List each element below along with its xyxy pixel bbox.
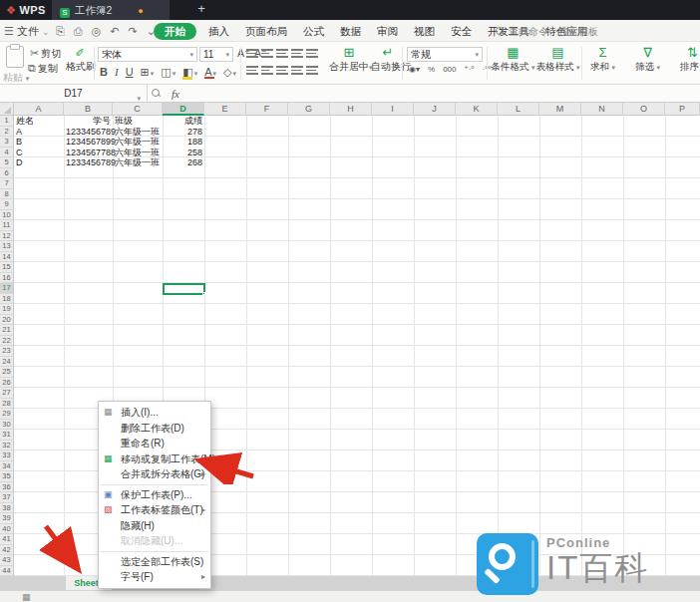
column-header-A[interactable]: A	[14, 103, 64, 116]
percent-style-button[interactable]: %	[428, 65, 435, 74]
row-header-10[interactable]: 10	[0, 210, 13, 221]
filter-button[interactable]: ∇筛选 ▾	[625, 45, 670, 74]
save-icon[interactable]: ⎘	[56, 25, 65, 38]
row-header-26[interactable]: 26	[0, 378, 13, 389]
cell-C5[interactable]: 六年级一班	[113, 157, 163, 168]
increase-decimal-button[interactable]: ⁺·⁰	[464, 65, 474, 74]
column-header-L[interactable]: L	[498, 103, 539, 116]
column-header-N[interactable]: N	[581, 103, 623, 116]
row-header-4[interactable]: 4	[0, 148, 13, 158]
row-header-34[interactable]: 34	[0, 461, 13, 472]
column-header-C[interactable]: C	[113, 103, 163, 116]
menu-tab-视图[interactable]: 视图	[406, 20, 443, 42]
align-left-button[interactable]	[246, 66, 258, 75]
menu-tab-开始[interactable]: 开始	[154, 23, 196, 40]
currency-style-button[interactable]: ◉▾	[409, 65, 420, 74]
valign-top-button[interactable]	[246, 49, 258, 58]
row-header-36[interactable]: 36	[0, 482, 13, 493]
row-header-15[interactable]: 15	[0, 262, 13, 273]
conditional-format-button[interactable]: ▦条件格式 ▾	[491, 45, 535, 74]
cell-D2[interactable]: 278	[163, 127, 204, 138]
menu-item-选定全部工作表[interactable]: 选定全部工作表(S)	[99, 554, 210, 570]
select-all-corner[interactable]	[0, 103, 14, 116]
justify-button[interactable]	[291, 66, 303, 75]
row-header-33[interactable]: 33	[0, 451, 13, 461]
paste-button[interactable]	[6, 46, 24, 68]
font-size-select[interactable]: 11▾	[199, 47, 233, 62]
number-format-select[interactable]: 常规▾	[407, 47, 483, 62]
fx-icon[interactable]: fx	[172, 88, 179, 100]
row-header-42[interactable]: 42	[0, 545, 13, 556]
cell-A1[interactable]: 姓名	[14, 116, 64, 127]
menu-item-隐藏[interactable]: 隐藏(H)	[99, 518, 210, 534]
comma-style-button[interactable]: 000	[443, 65, 456, 74]
row-header-5[interactable]: 5	[0, 157, 13, 168]
fill-handle[interactable]	[202, 292, 205, 295]
merge-center-button[interactable]: ⊞ 合并居中▾	[329, 46, 369, 74]
italic-button[interactable]: I	[115, 66, 119, 78]
clear-format-button[interactable]: ◇▾	[223, 66, 236, 79]
row-header-16[interactable]: 16	[0, 273, 13, 284]
row-header-35[interactable]: 35	[0, 471, 13, 482]
align-center-button[interactable]	[261, 66, 273, 75]
row-header-20[interactable]: 20	[0, 315, 13, 326]
wps-logo[interactable]: ❖WPS	[6, 0, 46, 20]
fill-color-button[interactable]: ◧▾	[182, 66, 197, 79]
cell-C4[interactable]: 六年级一班	[113, 148, 163, 158]
print-preview-icon[interactable]: ◎	[92, 25, 102, 38]
row-header-37[interactable]: 37	[0, 492, 13, 503]
cell-B2[interactable]: 1233456789	[64, 127, 113, 138]
cell-A5[interactable]: D	[14, 157, 64, 168]
column-header-K[interactable]: K	[456, 103, 498, 116]
column-header-B[interactable]: B	[64, 103, 113, 116]
cell-C2[interactable]: 六年级一班	[113, 127, 163, 138]
redo-icon[interactable]: ↷	[128, 25, 137, 38]
cell-B3[interactable]: 1234567899	[64, 137, 113, 148]
wrap-text-button[interactable]: ↵ 自动换行	[371, 46, 405, 74]
cell-B1[interactable]: 学号	[64, 116, 113, 127]
column-header-O[interactable]: O	[623, 103, 665, 116]
row-header-31[interactable]: 31	[0, 430, 13, 441]
row-header-24[interactable]: 24	[0, 357, 13, 368]
valign-middle-button[interactable]	[261, 49, 273, 58]
font-color-button[interactable]: A▾	[204, 66, 216, 78]
cell-B4[interactable]: 1234567788	[64, 148, 113, 158]
distribute-button[interactable]	[306, 66, 318, 75]
column-header-D[interactable]: D	[163, 103, 204, 116]
cell-C3[interactable]: 六年级一班	[113, 137, 163, 148]
underline-button[interactable]: U	[126, 66, 134, 78]
table-style-button[interactable]: ▤表格样式 ▾	[535, 45, 580, 74]
cell-D5[interactable]: 268	[163, 157, 204, 168]
column-header-F[interactable]: F	[246, 103, 288, 116]
menu-tab-插入[interactable]: 插入	[200, 20, 237, 42]
align-right-button[interactable]	[276, 66, 288, 75]
row-header-44[interactable]: 44	[0, 566, 13, 577]
row-header-38[interactable]: 38	[0, 503, 13, 514]
row-header-39[interactable]: 39	[0, 513, 13, 524]
row-header-21[interactable]: 21	[0, 325, 13, 336]
cell-A4[interactable]: C	[14, 148, 64, 158]
column-header-M[interactable]: M	[539, 103, 581, 116]
borders-button[interactable]: ⊞▾	[141, 66, 155, 79]
menu-item-插入[interactable]: ▦插入(I)...	[99, 405, 210, 421]
row-header-27[interactable]: 27	[0, 388, 13, 399]
cell-A3[interactable]: B	[14, 137, 64, 148]
menu-item-删除工作表[interactable]: 删除工作表(D)	[99, 421, 210, 437]
column-header-E[interactable]: E	[204, 103, 246, 116]
row-header-30[interactable]: 30	[0, 420, 13, 431]
sort-button[interactable]: ⇅排序 ▾	[670, 45, 700, 74]
row-header-19[interactable]: 19	[0, 304, 13, 315]
menu-tab-安全[interactable]: 安全	[443, 20, 480, 42]
new-document-tab-button[interactable]: +	[191, 0, 211, 20]
row-header-1[interactable]: 1	[0, 116, 13, 127]
row-header-12[interactable]: 12	[0, 231, 13, 242]
menu-item-工作表标签颜色[interactable]: ▨工作表标签颜色(T)▸	[99, 502, 210, 518]
cell-C1[interactable]: 班级	[113, 116, 163, 127]
row-header-14[interactable]: 14	[0, 252, 13, 263]
row-header-17[interactable]: 17	[0, 283, 13, 294]
command-search[interactable]: 查找命令、搜索模板	[496, 24, 598, 39]
draw-border-button[interactable]: ◫▾	[161, 66, 175, 79]
row-header-28[interactable]: 28	[0, 399, 13, 410]
undo-icon[interactable]: ↶	[110, 25, 119, 38]
row-header-40[interactable]: 40	[0, 524, 13, 535]
